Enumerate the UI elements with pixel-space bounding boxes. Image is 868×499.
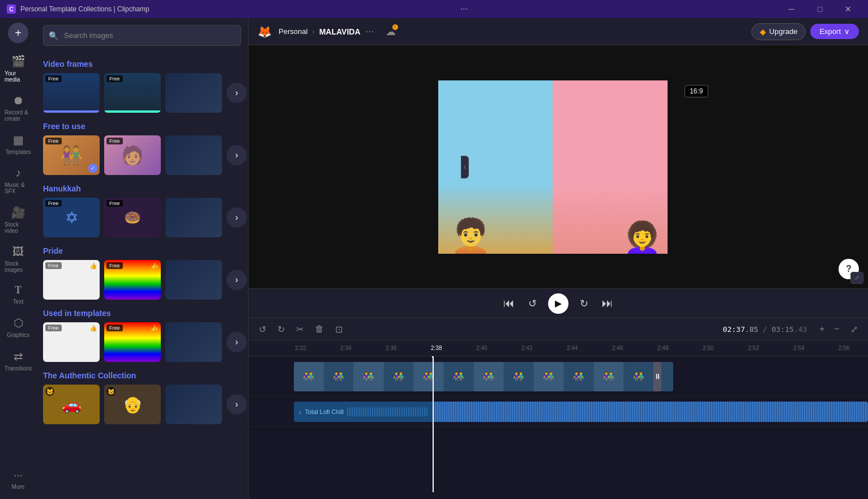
thumb-video-frame-1[interactable]: Free [43,73,100,113]
section-title-video-frames[interactable]: Video frames [43,59,241,69]
split-button[interactable]: ⊡ [332,322,346,337]
forward-button[interactable]: ↻ [578,295,591,312]
ruler-mark: 2:42 [520,345,566,351]
aspect-ratio-badge: 16:9 [685,85,708,97]
thumb-like-icon: 👍 [151,325,159,332]
undo-button[interactable]: ↺ [255,322,270,337]
thumb-video-frame-2[interactable]: Free [104,73,161,113]
collapse-panel-button[interactable]: ‹ [461,156,469,178]
thumb-badge: Free [106,262,123,269]
audio-clip-right[interactable] [433,402,868,422]
project-menu-dots[interactable]: ⋯ [365,26,374,37]
maximize-button[interactable]: □ [807,0,833,18]
add-button[interactable]: + [8,23,28,43]
sidebar-item-stock-images[interactable]: 🖼 Stock images [2,241,34,278]
sidebar-item-more[interactable]: ··· More [2,464,34,494]
delete-button[interactable]: 🗑 [311,322,327,336]
sidebar-item-graphics[interactable]: ⬡ Graphics [2,312,34,343]
next-button-pride[interactable]: › [226,270,247,290]
audio-clip-left[interactable]: ♪ Total Lofi Chill [294,402,433,422]
thumb-uit-3[interactable] [165,322,222,362]
timeline-time: 02:37.85 / 03:15.43 [723,325,807,334]
cut-button[interactable]: ✂ [293,322,307,337]
section-title-free-to-use[interactable]: Free to use [43,122,241,131]
skip-back-button[interactable]: ⏮ [501,295,517,312]
thumb-pride-1[interactable]: Free 👍 [43,260,100,300]
thumb-hanukkah-1[interactable]: Free ✡ [43,198,100,237]
video-clip[interactable]: 👫 👫 👫 👫 👫 👫 👫 👫 👫 👫 [294,362,673,391]
your-media-icon: 🎬 [11,54,25,68]
sidebar-item-record-create[interactable]: ⏺ Record & create [2,89,34,126]
editor-area: 🦊 Personal › MALAVIDA ⋯ ☁ ! ◆ Upgrade [249,18,868,499]
next-button-hanukkah[interactable]: › [226,207,247,228]
clip-end-handle[interactable]: ⏸ [653,362,661,391]
zoom-out-button[interactable]: − [831,322,843,336]
audio-track-inner: ♪ Total Lofi Chill [294,402,868,422]
expand-view-button[interactable]: ⤢ [847,322,861,337]
video-thumb-cell: 👫 [564,362,593,391]
skip-forward-button[interactable]: ⏭ [600,295,615,312]
app-body: + 🎬 Your media ⏺ Record & create ▦ Templ… [0,18,868,499]
next-button-video-frames[interactable]: › [226,83,247,103]
titlebar-menu-dots[interactable]: ··· [460,4,468,14]
sidebar-item-label: Templates [5,149,31,155]
redo-button[interactable]: ↻ [274,322,288,337]
thumb-hanukkah-2[interactable]: Free 🍩 [104,198,161,237]
upgrade-button[interactable]: ◆ Upgrade [751,23,806,40]
thumb-free-3[interactable] [165,135,222,175]
nav-chevron: › [312,27,314,36]
thumb-uit-1[interactable]: Free 👍 [43,322,100,362]
thumb-authentic-1[interactable]: 🐱 🚗 [43,385,100,424]
export-button[interactable]: Export ∨ [810,24,859,39]
thumb-authentic-2[interactable]: 🐱 👴 [104,385,161,424]
thumb-pride-2[interactable]: Free 👍 [104,260,161,300]
sidebar-item-stock-video[interactable]: 🎥 Stock video [2,201,34,238]
rewind-button[interactable]: ↺ [526,295,539,312]
thumb-video-frame-3[interactable] [165,73,222,113]
search-bar: 🔍 [36,18,248,50]
left-black-bar [404,80,438,254]
thumb-pride-3[interactable] [165,260,222,300]
sidebar-item-text[interactable]: T Text [2,280,34,309]
project-name[interactable]: MALAVIDA [319,27,361,36]
expand-timeline-button[interactable]: ⤢ [850,272,863,284]
next-button-authentic[interactable]: › [226,394,247,415]
close-button[interactable]: ✕ [835,0,861,18]
sidebar-item-transitions[interactable]: ⇄ Transitions [2,345,34,376]
section-title-authentic[interactable]: The Authentic Collection [43,371,241,380]
diamond-icon: ◆ [760,27,766,36]
total-time-ms: .43 [794,325,807,334]
time-separator: / [763,325,772,334]
section-title-hanukkah[interactable]: Hanukkah [43,184,241,193]
thumb-badge: Free [45,325,62,331]
minimize-button[interactable]: ─ [779,0,805,18]
play-button[interactable]: ▶ [548,293,568,314]
ruler-mark: 2:56 [837,345,868,351]
media-scroll[interactable]: Video frames Free Free › Free to use [36,50,248,499]
section-title-pride[interactable]: Pride [43,246,241,255]
preview-video[interactable]: 🧑‍🦱 👩‍🦱 16:9 [404,80,713,254]
search-input[interactable] [43,25,241,46]
section-title-used-in-templates[interactable]: Used in templates [43,309,241,318]
thumbnail-row-free-to-use: Free ✓ 👫 Free 🧑 › [43,135,241,175]
thumbnail-row-pride: Free 👍 Free 👍 › [43,260,241,300]
sidebar-item-music-sfx[interactable]: ♪ Music & SFX [2,162,34,199]
next-button-used-in-templates[interactable]: › [226,332,247,352]
sidebar-item-your-media[interactable]: 🎬 Your media [2,50,34,87]
video-thumb-cell: 👫 [384,362,413,391]
playhead[interactable] [433,356,434,492]
record-icon: ⏺ [12,94,24,107]
thumb-free-2[interactable]: Free 🧑 [104,135,161,175]
video-track-inner: 👫 👫 👫 👫 👫 👫 👫 👫 👫 👫 [294,361,868,393]
thumb-authentic-3[interactable] [165,385,222,424]
thumb-hanukkah-3[interactable] [165,198,222,237]
thumb-uit-2[interactable]: Free 👍 [104,322,161,362]
zoom-in-button[interactable]: + [816,322,828,336]
thumb-free-1[interactable]: Free ✓ 👫 [43,135,100,175]
upgrade-label: Upgrade [769,27,798,36]
top-bar-right: ◆ Upgrade Export ∨ [751,23,859,40]
sidebar-item-templates[interactable]: ▦ Templates [2,129,34,160]
personal-link[interactable]: Personal [279,27,307,36]
next-button-free-to-use[interactable]: › [226,145,247,165]
sidebar-item-label: Your media [5,70,32,83]
